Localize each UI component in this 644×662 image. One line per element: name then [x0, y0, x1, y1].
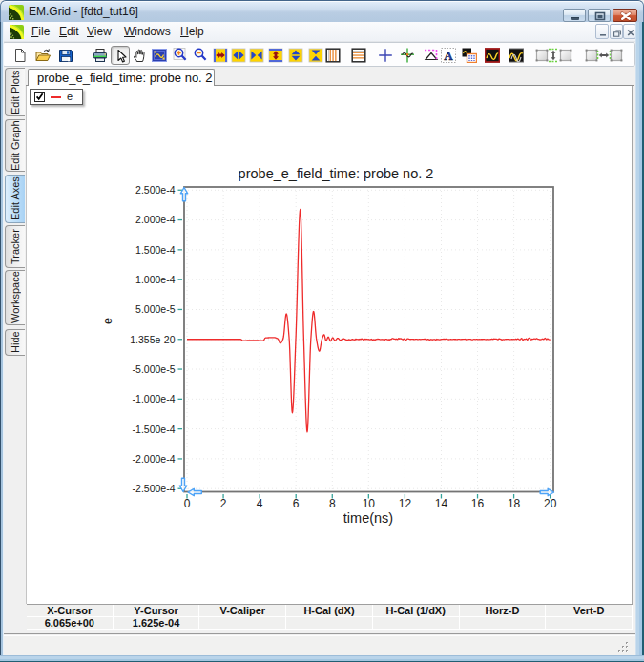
child-close-button[interactable] [623, 24, 636, 39]
menu-item-view[interactable]: View [87, 25, 112, 38]
maximize-button[interactable] [588, 9, 611, 22]
svg-text:1.000e-4: 1.000e-4 [135, 274, 176, 285]
menu-item-windows[interactable]: Windows [124, 25, 171, 38]
menu-item-file[interactable]: File [31, 25, 50, 38]
grid-vertical-button[interactable] [323, 46, 343, 65]
sidebar-tab-label: Edit Axes [6, 176, 25, 222]
plot: 024681012141618202.500e-42.000e-41.500e-… [27, 86, 633, 604]
zoom-out-button[interactable] [191, 46, 210, 65]
sidebar-tab-label: Workspace [6, 271, 25, 324]
cursor-readout-table: X-CursorY-CursorV-CaliperH-Cal (dX)H-Cal… [27, 604, 633, 630]
window-border-bottom [0, 655, 644, 662]
sidebar-tab-label: Edit Plots [6, 69, 25, 115]
zoom-region-button[interactable] [150, 46, 169, 65]
cursor-table-value-cell: 6.065e+00 [27, 617, 114, 630]
sidebar-tab-edit-graph[interactable]: Edit Graph [5, 119, 25, 172]
sidebar-tab-hide[interactable]: Hide [5, 329, 25, 356]
shrink-y-button[interactable] [306, 46, 325, 65]
pan-button[interactable] [130, 46, 149, 65]
fit-height-button[interactable] [266, 46, 285, 65]
new-file-icon [12, 48, 28, 63]
child-minimize-button[interactable] [595, 24, 609, 39]
shrink-x-button[interactable] [247, 46, 266, 65]
legend-checkbox[interactable] [34, 92, 45, 102]
svg-text:20: 20 [544, 497, 557, 510]
svg-text:2.500e-4: 2.500e-4 [135, 184, 176, 196]
zoom-in-button[interactable] [171, 46, 190, 65]
svg-text:16: 16 [471, 497, 485, 510]
menu-item-help[interactable]: Help [180, 25, 204, 38]
cursor-table-value-cell [199, 617, 286, 630]
polygon-tool-button[interactable] [422, 46, 441, 65]
child-restore-button[interactable] [610, 24, 623, 39]
print-button[interactable] [91, 46, 110, 65]
expand-x-icon [231, 48, 246, 63]
check-icon [35, 93, 44, 101]
svg-text:8: 8 [329, 497, 336, 510]
axes-tool-button[interactable] [398, 46, 417, 65]
polygon-tool-icon [424, 48, 439, 63]
cursor-table-value-cell [546, 617, 633, 630]
expand-y-button[interactable] [286, 46, 305, 65]
legend[interactable]: e [30, 89, 83, 105]
svg-text:-5.000e-5: -5.000e-5 [133, 363, 176, 375]
cursor-table-header-cell: V-Caliper [199, 605, 286, 617]
zoom-in-icon [173, 48, 188, 63]
cursor-table-value-cell [460, 617, 547, 630]
fit-height-icon [268, 48, 283, 63]
window-border-right [635, 22, 644, 655]
open-folder-icon [35, 48, 51, 63]
minimize-button[interactable] [563, 9, 586, 22]
sidebar-tab-tracker[interactable]: Tracker [5, 225, 25, 268]
menu-item-edit[interactable]: Edit [59, 25, 79, 38]
text-tool-button[interactable]: A [439, 46, 458, 65]
shrink-x-icon [249, 48, 264, 63]
maximize-icon [589, 10, 612, 23]
grid-horizontal-button[interactable] [349, 46, 368, 65]
svg-text:-1.500e-4: -1.500e-4 [133, 424, 176, 435]
minimize-icon [564, 10, 587, 23]
sidebar-tab-edit-axes[interactable]: Edit Axes [5, 175, 25, 223]
child-restore-icon [611, 25, 624, 40]
pan-hand-icon [132, 48, 147, 63]
legend-series-label: e [67, 91, 73, 102]
svg-text:0: 0 [184, 497, 191, 510]
crosshair-button[interactable] [376, 46, 395, 65]
select-arrow-icon [114, 49, 129, 64]
document-tab[interactable]: probe_e_field_time: probe no. 2 [28, 69, 215, 86]
wave-red-button[interactable] [483, 46, 502, 65]
open-button[interactable] [33, 46, 52, 65]
resize-grip-icon[interactable] [617, 641, 630, 653]
save-button[interactable] [56, 46, 75, 65]
menu-items: FileEditViewWindowsHelp [1, 22, 643, 41]
align-box-d-button [607, 46, 626, 65]
close-button[interactable] [613, 9, 637, 22]
title-bar[interactable]: EM.Grid - [fdtd_tut16] [0, 0, 644, 22]
text-tool-icon: A [441, 48, 456, 63]
cursor-table-header-cell: Y-Cursor [114, 605, 200, 617]
window-title: EM.Grid - [fdtd_tut16] [29, 5, 138, 18]
sidebar-tab-edit-plots[interactable]: Edit Plots [5, 68, 25, 116]
child-minimize-icon [596, 25, 610, 40]
cursor-table-header-cell: H-Cal (dX) [286, 605, 373, 617]
axes-tool-icon [400, 48, 415, 63]
wave-table-button[interactable] [460, 46, 479, 65]
cursor-table-header-row: X-CursorY-CursorV-CaliperH-Cal (dX)H-Cal… [27, 605, 633, 617]
application-window: EM.Grid - [fdtd_tut16] FileEditViewWindo… [0, 0, 644, 662]
svg-text:1.355e-20: 1.355e-20 [130, 334, 175, 345]
plot-canvas[interactable]: 024681012141618202.500e-42.000e-41.500e-… [27, 86, 633, 604]
select-button[interactable] [111, 46, 130, 65]
sidebar-tab-workspace[interactable]: Workspace [5, 270, 25, 325]
wave-table-icon [462, 48, 477, 63]
cursor-table-header-cell: Horz-D [460, 605, 547, 617]
svg-text:2: 2 [220, 497, 227, 510]
fit-width-button[interactable] [211, 46, 230, 65]
wave-double-icon [509, 48, 524, 63]
gray-box-icon [609, 48, 624, 63]
cursor-table-header-cell: Vert-D [546, 605, 633, 617]
new-button[interactable] [10, 46, 30, 65]
svg-text:2.000e-4: 2.000e-4 [135, 214, 176, 225]
expand-x-button[interactable] [229, 46, 248, 65]
wave-double-button[interactable] [507, 46, 526, 65]
grid-vertical-icon [325, 48, 341, 63]
